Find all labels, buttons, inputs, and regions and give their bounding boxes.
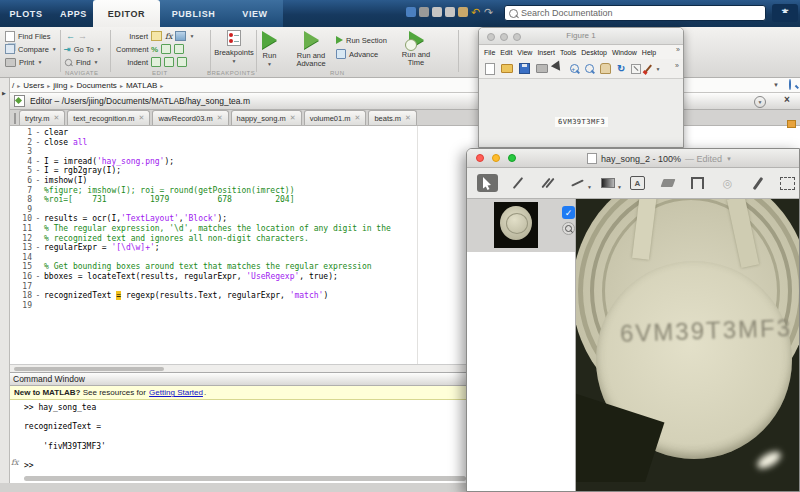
save-icon[interactable] (419, 7, 429, 17)
menu-overflow-icon[interactable]: » (676, 46, 680, 53)
breadcrumb-segment[interactable]: / (12, 81, 14, 90)
line-number[interactable]: 9 (10, 205, 32, 215)
thumbnail-checkbox[interactable]: ✓ (562, 206, 575, 219)
pen-tool[interactable] (747, 174, 768, 192)
tab-close-icon[interactable]: ✕ (405, 114, 411, 122)
cut-icon[interactable] (432, 7, 442, 17)
figure-menu-edit[interactable]: Edit (500, 49, 512, 56)
redo-icon[interactable]: ↷ (484, 7, 494, 17)
editor-tab-trytry.m[interactable]: trytry.m✕ (19, 110, 65, 125)
find-button[interactable]: Find▼ (64, 57, 99, 67)
print-figure-icon[interactable] (536, 64, 548, 73)
editor-tab-beats.m[interactable]: beats.m✕ (368, 110, 417, 125)
insert-function-icon[interactable]: fx (165, 32, 172, 41)
advance-button[interactable]: Advance (336, 49, 378, 59)
close-window-button[interactable] (476, 154, 484, 162)
zoom-in-icon[interactable]: + (570, 64, 579, 73)
smart-indent-icon[interactable] (151, 57, 161, 67)
uncomment-icon[interactable] (161, 44, 171, 54)
back-icon[interactable]: ← (66, 32, 75, 41)
toolbar-overflow-icon[interactable]: » (675, 62, 679, 69)
undo-icon[interactable]: ↶ (471, 7, 481, 17)
run-and-time-button[interactable]: Run and Time (398, 31, 434, 67)
text-tool[interactable]: A (627, 174, 648, 192)
pencil-tool[interactable] (507, 174, 528, 192)
breadcrumb-dropdown-icon[interactable]: ▼ (773, 82, 779, 88)
title-dropdown-icon[interactable]: ▼ (726, 156, 732, 162)
tab-close-icon[interactable]: ✕ (217, 114, 223, 122)
ribbon-tab-publish[interactable]: PUBLISH (160, 0, 227, 27)
function-hints-icon[interactable]: fx (11, 458, 18, 467)
line-number[interactable]: 19 (10, 301, 32, 311)
editor-tab-text_recognition.m[interactable]: text_recognition.m✕ (67, 110, 150, 125)
ribbon-tab-plots[interactable]: PLOTS (0, 0, 52, 27)
line-number[interactable]: 14 (10, 253, 32, 263)
insert-image-icon[interactable] (175, 31, 186, 41)
expand-panel-icon[interactable]: ▶ (2, 90, 6, 96)
tab-close-icon[interactable]: ✕ (355, 114, 361, 122)
data-cursor-icon[interactable] (631, 64, 641, 74)
line-number[interactable]: 11 (10, 224, 32, 234)
ribbon-tab-view[interactable]: VIEW (227, 0, 283, 27)
editor-tab-wavRecord03.m[interactable]: wavRecord03.m✕ (152, 110, 228, 125)
image-window-title-bar[interactable]: hay_song_2 - 100% — Edited ▼ (467, 149, 799, 168)
line-number[interactable]: 3 (10, 147, 32, 157)
editor-tab-volume01.m[interactable]: volume01.m✕ (304, 110, 367, 125)
figure-menu-file[interactable]: File (484, 49, 495, 56)
comment-icon[interactable]: % (151, 45, 158, 54)
run-section-button[interactable]: Run Section (336, 35, 387, 45)
paste-icon[interactable] (458, 7, 468, 17)
indent-left-icon[interactable] (177, 57, 187, 67)
toolbar-dropdown-icon[interactable]: ▼ (655, 66, 660, 72)
image-thumbnail[interactable] (494, 202, 538, 248)
editor-minimize-button[interactable]: ▼ (754, 96, 766, 108)
line-number[interactable]: 6 (10, 176, 32, 186)
figure-menu-insert[interactable]: Insert (537, 49, 555, 56)
pointer-tool-icon[interactable] (551, 60, 567, 77)
insert-section-icon[interactable] (151, 31, 162, 41)
code-analyzer-indicator[interactable] (787, 120, 796, 128)
tab-close-icon[interactable]: ✕ (139, 114, 145, 122)
edited-label[interactable]: — Edited (685, 154, 722, 164)
rect-select-tool[interactable] (777, 174, 798, 192)
line-number[interactable]: 12 (10, 234, 32, 244)
scrollbar-thumb[interactable] (24, 476, 466, 481)
indent-row[interactable]: Indent (116, 57, 187, 67)
collapsed-panel-strip[interactable]: ▶ (0, 78, 10, 483)
ribbon-tab-editor[interactable]: EDITOR (93, 0, 160, 27)
editor-close-button[interactable]: × (784, 94, 790, 105)
crop-tool[interactable] (687, 174, 708, 192)
scrollbar-thumb[interactable] (14, 367, 164, 371)
breadcrumb-segment[interactable]: Users (23, 81, 44, 90)
line-number[interactable]: 7 (10, 186, 32, 196)
run-and-advance-button[interactable]: Run and Advance (291, 31, 331, 68)
line-tool[interactable]: ▼ (567, 174, 588, 192)
figure-window[interactable]: Figure 1 FileEditViewInsertToolsDesktopW… (478, 27, 684, 148)
image-editor-window[interactable]: hay_song_2 - 100% — Edited ▼ ▼ ▼ A ◎ (466, 148, 800, 492)
line-number[interactable]: 5 (10, 166, 32, 176)
breadcrumb-segment[interactable]: MATLAB (126, 81, 157, 90)
tab-close-icon[interactable]: ✕ (53, 114, 59, 122)
brush-data-icon[interactable] (644, 64, 652, 73)
figure-menu-tools[interactable]: Tools (560, 49, 576, 56)
new-figure-icon[interactable] (485, 63, 495, 75)
copy-icon[interactable] (445, 7, 455, 17)
line-number[interactable]: 18 (10, 291, 32, 301)
select-tool[interactable] (477, 174, 498, 192)
zoom-out-icon[interactable] (585, 64, 594, 73)
line-number[interactable]: 2 (10, 138, 32, 148)
line-number[interactable]: 8 (10, 195, 32, 205)
getting-started-link[interactable]: Getting Started (149, 388, 203, 397)
breadcrumb-segment[interactable]: Documents (76, 81, 116, 90)
insert-row[interactable]: Insert fx ▼ (116, 31, 194, 41)
figure-title-bar[interactable]: Figure 1 (479, 28, 683, 45)
breadcrumb-segment[interactable]: jiing (53, 81, 67, 90)
save-figure-icon[interactable] (519, 63, 530, 74)
minimize-ribbon-button[interactable]: ▲▔ (772, 4, 798, 22)
breakpoints-button[interactable]: Breakpoints ▼ (213, 30, 255, 65)
zoom-window-button[interactable] (508, 154, 516, 162)
goto-button[interactable]: ⇥ Go To▼ (64, 44, 102, 54)
thumbnail-magnifier-button[interactable] (562, 222, 575, 235)
open-file-icon[interactable] (501, 64, 513, 73)
forward-icon[interactable]: → (78, 32, 87, 41)
